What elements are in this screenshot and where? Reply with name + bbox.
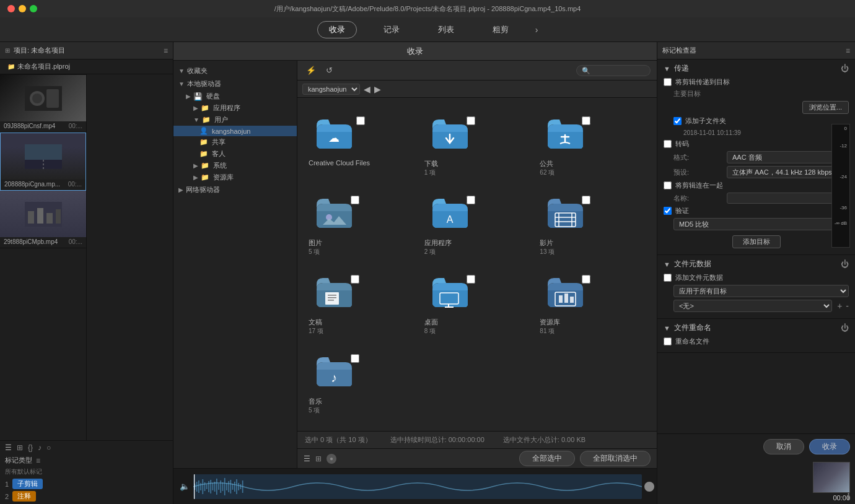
guest-label: 客人 bbox=[212, 149, 226, 159]
metadata-add-icon[interactable]: + bbox=[837, 301, 842, 311]
tag-badge-1[interactable]: 子剪辑 bbox=[12, 479, 43, 489]
rename-chevron[interactable]: ▼ bbox=[664, 324, 670, 332]
ingest-btn[interactable]: 收录 bbox=[809, 439, 850, 454]
name-input[interactable] bbox=[727, 193, 849, 204]
verify-checkbox[interactable] bbox=[664, 207, 672, 215]
forward-btn[interactable]: ▶ bbox=[374, 84, 381, 94]
tree-system[interactable]: ▶ 📁 系统 bbox=[173, 160, 297, 172]
project-file-item[interactable]: 📁 未命名项目.plproj bbox=[0, 59, 173, 74]
folder-checkbox-movies[interactable] bbox=[582, 196, 590, 204]
marker-inspector-menu[interactable]: ≡ bbox=[846, 46, 850, 55]
tree-guest[interactable]: 📁 客人 bbox=[173, 148, 297, 160]
folder-checkbox-download[interactable] bbox=[467, 116, 475, 125]
transfer-power-icon[interactable]: ⏻ bbox=[841, 64, 849, 73]
nav-list[interactable]: 列表 bbox=[426, 21, 466, 38]
nav-log[interactable]: 记录 bbox=[372, 21, 411, 38]
send-to-target-checkbox[interactable] bbox=[664, 78, 672, 86]
folder-checkbox-cloud[interactable] bbox=[356, 116, 365, 125]
circle-btn[interactable]: ● bbox=[327, 454, 336, 464]
grid-view-icon[interactable]: ⊞ bbox=[17, 443, 23, 452]
folder-checkbox-pictures[interactable] bbox=[351, 196, 359, 204]
add-metadata-checkbox[interactable] bbox=[664, 274, 672, 282]
grid-view-btn[interactable]: ⊞ bbox=[315, 454, 322, 463]
thumbnail-item-3[interactable]: 29t888piCMpb.mp4 00:... bbox=[0, 191, 86, 248]
code-view-icon[interactable]: {} bbox=[28, 443, 33, 452]
nav-ingest[interactable]: 收录 bbox=[317, 21, 357, 38]
info-icon[interactable]: ℹ bbox=[847, 492, 850, 502]
tree-shared[interactable]: 📁 共享 bbox=[173, 136, 297, 148]
search-input[interactable] bbox=[576, 65, 651, 76]
folder-checkbox-documents[interactable] bbox=[351, 275, 359, 284]
playhead-circle[interactable] bbox=[644, 482, 654, 492]
back-btn[interactable]: ◀ bbox=[364, 84, 370, 94]
nav-edit[interactable]: 粗剪 bbox=[481, 21, 520, 38]
folder-checkbox-apps[interactable] bbox=[467, 196, 475, 204]
transcode-checkbox[interactable] bbox=[664, 140, 672, 148]
minimize-button[interactable] bbox=[19, 5, 26, 12]
network-disk-header[interactable]: ▶ 网络驱动器 bbox=[173, 183, 297, 196]
cancel-btn[interactable]: 取消 bbox=[763, 439, 804, 454]
ingest-panel-title: 收录 bbox=[407, 46, 423, 57]
local-disk-header[interactable]: ▼ 本地驱动器 bbox=[173, 77, 297, 90]
list-view-btn[interactable]: ☰ bbox=[304, 454, 310, 463]
nav-more-icon[interactable]: › bbox=[535, 25, 538, 35]
tag-type-menu-icon[interactable]: ≡ bbox=[36, 456, 40, 465]
audio-icon[interactable]: ♪ bbox=[38, 443, 42, 452]
thumbnail-sidebar: 09J888piCnsf.mp4 00:... 208888piCgna.mp.… bbox=[0, 74, 87, 440]
folder-checkbox-public[interactable] bbox=[582, 116, 590, 125]
thumbnail-item[interactable]: 09J888piCnsf.mp4 00:... bbox=[0, 74, 86, 133]
browse-btn[interactable]: 浏览位置... bbox=[802, 101, 849, 114]
thumbnail-item-selected[interactable]: 208888piCgna.mp... 00:... bbox=[0, 133, 86, 191]
thumbnail-image-2 bbox=[1, 133, 86, 180]
project-menu-icon[interactable]: ≡ bbox=[164, 46, 168, 55]
vu-inf: -∞ dB bbox=[835, 220, 847, 226]
select-all-button[interactable]: 全部选中 bbox=[519, 451, 575, 466]
add-target-row: 添加目标 bbox=[664, 233, 849, 251]
folder-checkbox-music[interactable] bbox=[351, 354, 359, 363]
harddisk-chevron: ▶ bbox=[186, 93, 191, 100]
user-selector[interactable]: kangshaojun bbox=[302, 84, 360, 95]
add-target-btn[interactable]: 添加目标 bbox=[732, 235, 781, 248]
tree-library[interactable]: ▶ 📁 资源库 bbox=[173, 172, 297, 183]
tree-apps[interactable]: ▶ 📁 应用程序 bbox=[173, 102, 297, 114]
volume-icon[interactable]: 🔈 bbox=[176, 482, 193, 491]
subfolder-checkbox[interactable] bbox=[673, 117, 682, 125]
format-select[interactable]: AAC 音频 bbox=[727, 151, 849, 163]
folder-cell-cloud: ☁ Creative Cloud Files bbox=[304, 104, 419, 183]
rename-file-label: 重命名文件 bbox=[675, 337, 709, 346]
preset-select[interactable]: 立体声 AAC，44.1 kHz 128 kbps bbox=[727, 166, 849, 178]
rename-file-checkbox[interactable] bbox=[664, 337, 672, 345]
thumbnail-image-1 bbox=[0, 75, 86, 121]
folder-checkbox-library2[interactable] bbox=[582, 275, 590, 284]
tree-harddisk[interactable]: ▶ 💾 硬盘 bbox=[173, 90, 297, 102]
transcode-row: 转码 bbox=[664, 139, 849, 149]
folder-checkbox-desktop[interactable] bbox=[467, 275, 475, 284]
tree-user-kangshaojun[interactable]: 👤 kangshaojun bbox=[173, 126, 297, 136]
send-to-target-label: 将剪辑传递到目标 bbox=[675, 77, 730, 87]
tag-item-2: 2 注释 bbox=[5, 491, 168, 502]
checksum-select[interactable]: MD5 比较 bbox=[673, 218, 849, 230]
favorites-header[interactable]: ▼ 收藏夹 bbox=[173, 64, 297, 77]
filter-btn[interactable]: ⚡ bbox=[304, 64, 318, 76]
concat-checkbox[interactable] bbox=[664, 181, 672, 189]
tree-users[interactable]: ▼ 📁 用户 bbox=[173, 114, 297, 126]
deselect-all-button[interactable]: 全部取消选中 bbox=[580, 451, 651, 466]
close-button[interactable] bbox=[7, 5, 15, 12]
tag-badge-2[interactable]: 注释 bbox=[12, 491, 36, 502]
metadata-power-icon[interactable]: ⏻ bbox=[841, 259, 849, 269]
metadata-chevron[interactable]: ▼ bbox=[664, 261, 670, 268]
rename-power-icon[interactable]: ⏻ bbox=[841, 323, 849, 332]
svg-rect-38 bbox=[202, 479, 203, 494]
svg-rect-37 bbox=[200, 483, 201, 490]
svg-rect-54 bbox=[234, 482, 235, 492]
none-select[interactable]: <无> bbox=[673, 300, 832, 312]
maximize-button[interactable] bbox=[30, 5, 37, 12]
library-label: 资源库 bbox=[213, 173, 234, 182]
apply-select[interactable]: 应用于所有目标 bbox=[673, 285, 849, 297]
refresh-btn[interactable]: ↺ bbox=[323, 64, 335, 76]
network-chevron: ▶ bbox=[178, 186, 183, 193]
metadata-remove-icon[interactable]: - bbox=[846, 301, 849, 311]
circle-icon[interactable]: ○ bbox=[46, 443, 51, 452]
list-view-icon[interactable]: ☰ bbox=[5, 443, 12, 452]
transfer-chevron[interactable]: ▼ bbox=[664, 65, 670, 72]
